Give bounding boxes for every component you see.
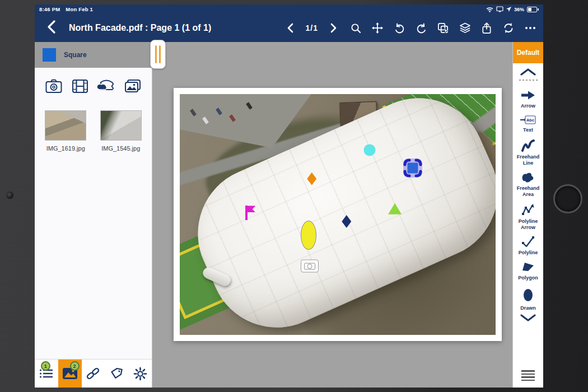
thumbnail-image[interactable]: [45, 110, 86, 141]
square-color-swatch: [43, 48, 56, 62]
nav-bar: North Facade.pdf : Page 1 (1 of 1) 1/1: [35, 14, 543, 42]
page-indicator: 1/1: [306, 24, 318, 32]
content-area: Square: [35, 42, 543, 388]
tool-polyline[interactable]: Polyline: [513, 236, 543, 256]
annotation-flag[interactable]: [245, 206, 256, 220]
tool-label: Freehand Line: [513, 154, 543, 167]
media-source-row: [35, 68, 152, 100]
tool-label: Text: [523, 127, 533, 133]
annotation-triangle[interactable]: [388, 203, 402, 214]
tool-drawn[interactable]: Drawn: [513, 287, 543, 311]
thumbnail-item[interactable]: IMG_1545.jpg: [96, 110, 146, 152]
tool-freehand-line[interactable]: Freehand Line: [513, 139, 543, 167]
media-sidebar: Square: [35, 42, 152, 388]
annotation-circle[interactable]: [363, 144, 375, 156]
screen-mirroring-icon: [496, 6, 503, 12]
tool-polygon[interactable]: Polygon: [513, 261, 543, 281]
wifi-icon: [486, 7, 493, 12]
annotation-photo[interactable]: [301, 259, 319, 272]
photos-count-badge: 2: [70, 361, 80, 371]
back-button[interactable]: [47, 20, 55, 36]
tags-tab[interactable]: [105, 360, 128, 388]
list-tab[interactable]: 1: [35, 360, 58, 388]
more-options-icon[interactable]: [524, 22, 536, 34]
thumbnail-image[interactable]: [100, 110, 142, 141]
sync-icon[interactable]: [502, 22, 515, 34]
camera-icon[interactable]: [44, 78, 63, 95]
pan-move-icon[interactable]: [371, 22, 384, 34]
cloud-import-icon[interactable]: [97, 78, 116, 95]
photos-tab[interactable]: 2: [58, 360, 82, 388]
thumbnail-filename: IMG_1545.jpg: [101, 145, 140, 152]
share-icon[interactable]: [480, 22, 493, 34]
tool-label: Polyline: [519, 250, 538, 256]
pdf-page[interactable]: [174, 88, 502, 341]
scroll-dots: [519, 80, 538, 81]
location-icon: [506, 7, 511, 12]
battery-icon: [527, 7, 539, 12]
pdf-viewer[interactable]: [152, 42, 512, 388]
aerial-photo: [180, 94, 496, 335]
multi-select-icon[interactable]: [437, 22, 449, 34]
search-icon[interactable]: [349, 22, 362, 34]
front-camera: [6, 192, 13, 199]
app-screen: 8:46 PM Mon Feb 1 36%: [35, 4, 543, 388]
sidebar-bottom-toolbar: 1 2: [35, 359, 152, 388]
scroll-up-icon[interactable]: [520, 68, 536, 78]
sidebar-drag-handle[interactable]: [150, 40, 166, 69]
annotation-ellipse[interactable]: [301, 221, 316, 250]
tool-label: Freehand Area: [513, 185, 543, 198]
previous-page-button[interactable]: [284, 22, 296, 34]
tool-freehand-area[interactable]: Freehand Area: [513, 171, 543, 198]
video-icon[interactable]: [71, 78, 90, 95]
tool-profile-button[interactable]: Default: [513, 42, 543, 63]
menu-icon[interactable]: [521, 370, 535, 381]
annotation-layer: [180, 94, 496, 335]
tool-arrow[interactable]: Arrow: [513, 89, 543, 109]
tool-label: Drawn: [520, 305, 536, 311]
links-tab[interactable]: [82, 360, 105, 388]
thumbnail-item[interactable]: IMG_1619.jpg: [40, 110, 91, 152]
scroll-down-icon[interactable]: [520, 314, 536, 324]
tool-label: Polygon: [518, 275, 538, 281]
settings-tab[interactable]: [128, 360, 152, 388]
tool-polyline-arrow[interactable]: Polyline Arrow: [513, 203, 543, 231]
layers-icon[interactable]: [459, 22, 471, 34]
ipad-bezel: 8:46 PM Mon Feb 1 36%: [0, 0, 588, 392]
clock: 8:46 PM: [39, 6, 60, 12]
redo-icon[interactable]: [415, 22, 427, 34]
tool-text[interactable]: Abc Text: [513, 114, 543, 133]
tool-label: Polyline Arrow: [513, 218, 543, 231]
annotation-diamond[interactable]: [342, 215, 351, 228]
photo-thumbnails: IMG_1619.jpg IMG_1545.jpg: [35, 100, 152, 152]
annotation-style-header[interactable]: Square: [35, 42, 152, 68]
tool-label: Arrow: [521, 103, 535, 109]
document-title: North Facade.pdf : Page 1 (1 of 1): [69, 23, 211, 33]
date: Mon Feb 1: [66, 6, 93, 12]
annotation-diamond[interactable]: [307, 172, 316, 185]
annotation-square-selected[interactable]: [402, 157, 424, 179]
list-count-badge: 1: [41, 361, 50, 371]
home-button[interactable]: [553, 184, 582, 213]
tool-sidebar: Default Arrow Abc Text Freehand Line: [512, 42, 543, 388]
annotation-type-label: Square: [64, 51, 87, 59]
thumbnail-filename: IMG_1619.jpg: [46, 145, 85, 152]
svg-text:Abc: Abc: [526, 118, 534, 123]
status-bar: 8:46 PM Mon Feb 1 36%: [35, 4, 543, 14]
battery-percent: 36%: [514, 7, 524, 12]
next-page-button[interactable]: [328, 22, 340, 34]
undo-icon[interactable]: [393, 22, 405, 34]
photo-library-icon[interactable]: [123, 78, 142, 95]
